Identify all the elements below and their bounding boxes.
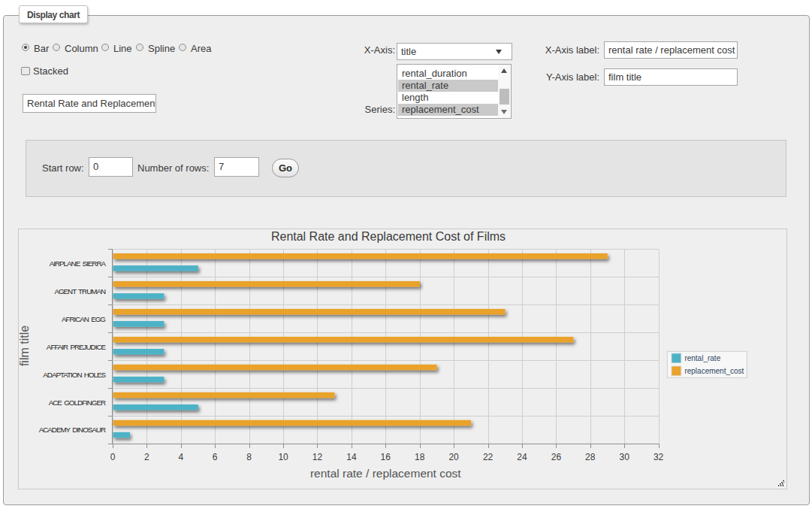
svg-text:film title: film title	[19, 326, 31, 366]
svg-text:12: 12	[312, 452, 323, 462]
svg-text:AFRICAN EGG: AFRICAN EGG	[62, 315, 105, 323]
svg-text:AFFAIR PREJUDICE: AFFAIR PREJUDICE	[47, 343, 107, 351]
svg-text:14: 14	[346, 452, 357, 462]
svg-text:28: 28	[585, 452, 596, 462]
svg-text:0: 0	[110, 452, 116, 462]
svg-text:rental_rate: rental_rate	[684, 354, 720, 362]
svg-text:10: 10	[278, 452, 288, 462]
svg-text:replacement_cost: replacement_cost	[684, 367, 744, 375]
svg-text:ACE GOLDFINGER: ACE GOLDFINGER	[49, 398, 106, 407]
svg-text:26: 26	[551, 452, 562, 462]
svg-text:8: 8	[246, 452, 252, 462]
svg-text:6: 6	[213, 452, 218, 462]
svg-text:2: 2	[144, 452, 149, 462]
svg-text:16: 16	[381, 452, 391, 462]
svg-text:24: 24	[517, 452, 527, 462]
svg-text:18: 18	[415, 452, 425, 462]
svg-text:4: 4	[178, 452, 183, 462]
svg-text:32: 32	[654, 452, 664, 462]
svg-text:30: 30	[620, 452, 630, 462]
svg-text:AGENT TRUMAN: AGENT TRUMAN	[54, 287, 106, 295]
svg-text:ACADEMY DINOSAUR: ACADEMY DINOSAUR	[39, 426, 106, 434]
svg-text:ADAPTATION HOLES: ADAPTATION HOLES	[43, 371, 106, 379]
svg-text:AIRPLANE SIERRA: AIRPLANE SIERRA	[50, 259, 107, 268]
svg-text:20: 20	[448, 452, 459, 462]
svg-text:Rental Rate and Replacement Co: Rental Rate and Replacement Cost of Film…	[271, 230, 506, 243]
svg-text:rental rate / replacement cost: rental rate / replacement cost	[310, 467, 461, 480]
svg-text:22: 22	[483, 452, 494, 462]
